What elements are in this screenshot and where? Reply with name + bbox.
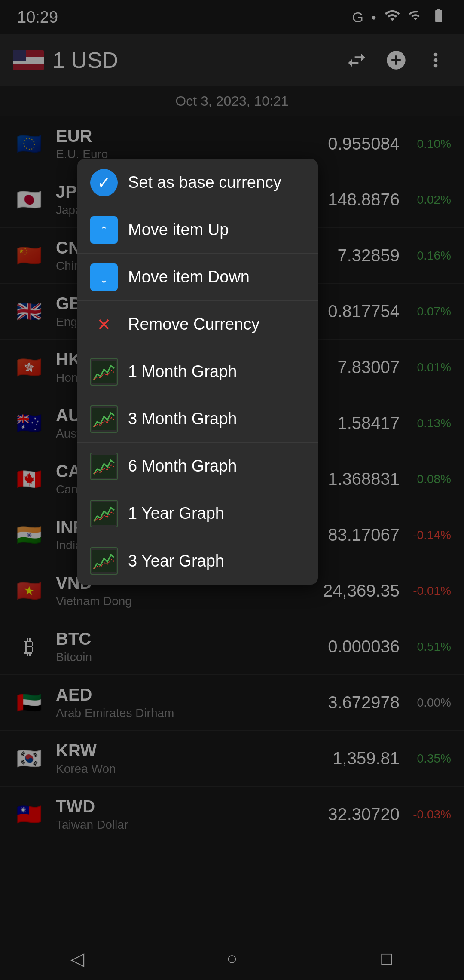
svg-rect-0 — [92, 361, 116, 383]
context-menu: ✓ Set as base currency ↑ Move item Up ↓ … — [77, 159, 318, 585]
svg-rect-2 — [92, 455, 116, 478]
arrow-down-icon: ↓ — [90, 263, 118, 291]
menu-label: Move item Down — [128, 268, 250, 286]
menu-item-3month[interactable]: 3 Month Graph — [77, 395, 318, 443]
menu-item-6month[interactable]: 6 Month Graph — [77, 443, 318, 490]
menu-item-move-up[interactable]: ↑ Move item Up — [77, 206, 318, 254]
menu-label: 3 Month Graph — [128, 410, 237, 428]
menu-item-remove[interactable]: ✕ Remove Currency — [77, 301, 318, 348]
svg-rect-3 — [92, 502, 116, 525]
graph-icon — [90, 358, 118, 386]
menu-item-move-down[interactable]: ↓ Move item Down — [77, 254, 318, 301]
menu-label: 3 Year Graph — [128, 552, 224, 570]
menu-label: 1 Year Graph — [128, 504, 224, 523]
menu-item-1year[interactable]: 1 Year Graph — [77, 490, 318, 537]
menu-label: Remove Currency — [128, 315, 259, 334]
menu-item-1month[interactable]: 1 Month Graph — [77, 348, 318, 395]
menu-label: 1 Month Graph — [128, 362, 237, 381]
check-icon: ✓ — [90, 169, 118, 196]
svg-rect-1 — [92, 408, 116, 430]
remove-icon: ✕ — [90, 311, 118, 338]
svg-rect-4 — [92, 550, 116, 572]
graph-icon — [90, 547, 118, 575]
menu-item-set-base[interactable]: ✓ Set as base currency — [77, 159, 318, 206]
arrow-up-icon: ↑ — [90, 216, 118, 244]
graph-icon — [90, 453, 118, 480]
menu-label: 6 Month Graph — [128, 457, 237, 475]
graph-icon — [90, 405, 118, 433]
menu-item-3year[interactable]: 3 Year Graph — [77, 537, 318, 585]
graph-icon — [90, 500, 118, 527]
menu-label: Move item Up — [128, 220, 229, 239]
menu-label: Set as base currency — [128, 173, 281, 192]
